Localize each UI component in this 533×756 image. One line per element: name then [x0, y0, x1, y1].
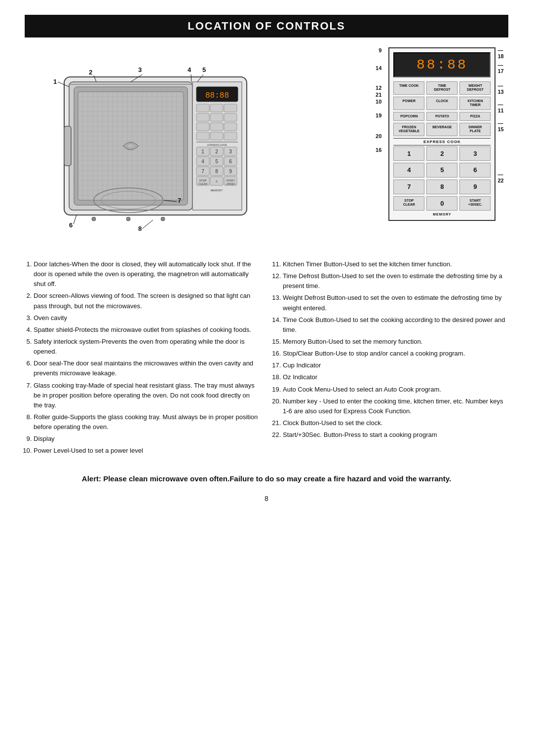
alert-text: Alert: Please clean microwave oven often… — [82, 474, 451, 483]
btn-4[interactable]: 4 — [393, 163, 424, 178]
svg-text:8: 8 — [138, 225, 142, 232]
clock-button[interactable]: CLOCK — [426, 97, 457, 110]
beverage-button[interactable]: BEVERAGE — [426, 123, 457, 136]
svg-text:STOP: STOP — [199, 179, 207, 182]
svg-rect-52 — [210, 104, 223, 112]
svg-text:2: 2 — [215, 149, 218, 154]
desc-15: Memory Button-Used to set the memory fun… — [283, 337, 508, 347]
btn-8[interactable]: 8 — [426, 180, 457, 194]
kitchen-timer-button[interactable]: KITCHENTIMER — [459, 97, 491, 110]
btn-2[interactable]: 2 — [426, 146, 457, 161]
svg-text:4: 4 — [188, 66, 191, 73]
svg-text:7: 7 — [201, 169, 204, 174]
diagram-area: 88:88 — [25, 47, 508, 245]
time-cook-button[interactable]: TIME COOK — [393, 81, 424, 95]
label-14: 14 — [370, 65, 381, 71]
frozen-veg-button[interactable]: FROZENVEGETABLE — [393, 123, 424, 136]
desc-10: Power Level-Used to set a power level — [34, 446, 259, 456]
svg-rect-55 — [210, 113, 223, 121]
svg-rect-53 — [224, 104, 237, 112]
microwave-diagram: 88:88 — [25, 47, 365, 245]
desc-21: Clock Button-Used to set the clock. — [283, 418, 508, 428]
desc-9: Display — [34, 434, 259, 444]
btn-7[interactable]: 7 — [393, 180, 424, 194]
btn-9[interactable]: 9 — [459, 180, 491, 194]
label-19: 19 — [370, 112, 381, 118]
svg-rect-57 — [196, 123, 209, 131]
desc-18: Oz Indicator — [283, 372, 508, 382]
svg-text:CLEAR: CLEAR — [198, 182, 207, 185]
svg-text:3: 3 — [229, 149, 232, 154]
microwave-svg: 88:88 — [25, 47, 281, 245]
svg-text:+30SEC: +30SEC — [226, 182, 236, 185]
desc-4: Spatter shield-Protects the microwave ou… — [34, 325, 259, 335]
time-defrost-button[interactable]: TIMEDEFROST — [426, 81, 457, 95]
content-columns: Door latches-When the door is closed, th… — [25, 259, 508, 458]
label-16: 16 — [370, 147, 381, 153]
svg-text:START: START — [226, 179, 235, 182]
btn-0[interactable]: 0 — [426, 196, 457, 211]
svg-rect-62 — [224, 132, 237, 140]
svg-text:0: 0 — [216, 180, 217, 183]
desc-3: Oven cavity — [34, 313, 259, 323]
svg-text:1: 1 — [53, 78, 57, 85]
label-15: —15 — [497, 120, 508, 132]
panel-left-labels: 9 14 12 21 10 19 20 16 — [370, 47, 383, 153]
svg-rect-59 — [224, 123, 237, 131]
svg-rect-61 — [210, 132, 223, 140]
btn-6[interactable]: 6 — [459, 163, 491, 178]
btn-1[interactable]: 1 — [393, 146, 424, 161]
desc-19: Auto Cook Menu-Used to select an Auto Co… — [283, 385, 508, 395]
page-title: LOCATION OF CONTROLS — [25, 15, 508, 37]
btn-5[interactable]: 5 — [426, 163, 457, 178]
pizza-button[interactable]: PIZZA — [459, 112, 491, 121]
desc-7: Glass cooking tray-Made of special heat … — [34, 381, 259, 410]
desc-1: Door latches-When the door is closed, th… — [34, 259, 259, 289]
popcorn-button[interactable]: POPCORN — [393, 112, 424, 121]
desc-22: Start/+30Sec. Button-Press to start a co… — [283, 430, 508, 440]
svg-text:EXPRESS COOK: EXPRESS COOK — [207, 144, 227, 146]
svg-text:5: 5 — [215, 159, 218, 164]
desc-8: Roller guide-Supports the glass cooking … — [34, 412, 259, 432]
desc-5: Safety interlock system-Prevents the ove… — [34, 337, 259, 357]
power-button[interactable]: POWER — [393, 97, 424, 110]
desc-2: Door screen-Allows viewing of food. The … — [34, 291, 259, 311]
potato-button[interactable]: POTATO — [426, 112, 457, 121]
panel-num-row-3: 7 8 9 — [393, 180, 491, 194]
label-11: —11 — [497, 102, 508, 113]
svg-text:8: 8 — [215, 169, 218, 174]
svg-rect-46 — [64, 126, 71, 166]
svg-rect-51 — [196, 104, 209, 112]
svg-text:6: 6 — [229, 159, 232, 164]
label-21: 21 — [370, 92, 381, 98]
panel-bottom-row: STOPCLEAR 0 START+30SEC. — [393, 196, 491, 211]
panel-row-3: POPCORN POTATO PIZZA — [393, 112, 491, 121]
desc-11: Kitchen Timer Button-Used to set the kit… — [283, 259, 508, 269]
svg-text:3: 3 — [138, 66, 142, 73]
svg-text:2: 2 — [89, 69, 92, 76]
svg-point-110 — [161, 217, 165, 221]
svg-line-103 — [74, 215, 76, 224]
svg-rect-56 — [224, 113, 237, 121]
dinner-plate-button[interactable]: DINNERPLATE — [459, 123, 491, 136]
desc-6: Door seal-The door seal maintains the mi… — [34, 359, 259, 378]
svg-rect-58 — [210, 123, 223, 131]
stop-clear-button[interactable]: STOPCLEAR — [393, 196, 424, 211]
right-descriptions: Kitchen Timer Button-Used to set the kit… — [274, 259, 508, 458]
weight-defrost-button[interactable]: WEIGHTDEFROST — [459, 81, 491, 95]
svg-rect-60 — [196, 132, 209, 140]
btn-3[interactable]: 3 — [459, 146, 491, 161]
page-number: 8 — [25, 495, 508, 503]
control-panel-detail: 9 14 12 21 10 19 20 16 88:88 TIME COOK — [370, 47, 508, 221]
panel-right-labels: —18 —17 —13 —11 —15 —22 — [495, 47, 508, 183]
svg-line-112 — [142, 220, 153, 229]
start-button[interactable]: START+30SEC. — [459, 196, 491, 211]
desc-16: Stop/Clear Button-Use to stop and/or can… — [283, 349, 508, 359]
svg-point-108 — [92, 217, 96, 221]
page: LOCATION OF CONTROLS — [0, 0, 533, 756]
desc-20: Number key - Used to enter the cooking t… — [283, 396, 508, 416]
label-10: 10 — [370, 99, 381, 105]
express-cook-label: EXPRESS COOK — [393, 138, 491, 145]
panel-num-row-2: 4 5 6 — [393, 163, 491, 178]
panel-row-1: TIME COOK TIMEDEFROST WEIGHTDEFROST — [393, 81, 491, 95]
